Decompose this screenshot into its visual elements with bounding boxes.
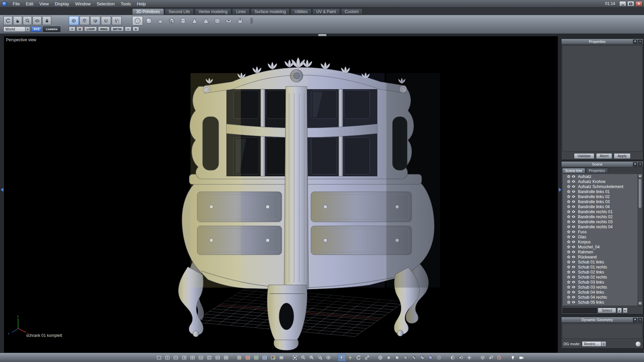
camera-zoom-button[interactable]	[23, 16, 32, 25]
edge-mode-button[interactable]	[79, 16, 90, 25]
visibility-eye-icon[interactable]	[572, 200, 576, 203]
scene-tree-item[interactable]: Rahmen	[562, 249, 637, 254]
shading-toggle-icon[interactable]	[567, 225, 571, 229]
maximize-button[interactable]	[627, 1, 634, 6]
soft-select-button[interactable]	[69, 26, 75, 32]
menu-display[interactable]: Display	[52, 0, 72, 7]
camera-lock-button[interactable]	[42, 16, 51, 25]
shading-toggle-icon[interactable]	[567, 270, 571, 274]
shading-toggle-icon[interactable]	[567, 275, 571, 279]
shading-toggle-icon[interactable]	[567, 280, 571, 284]
shading-toggle-icon[interactable]	[567, 185, 571, 188]
panel-collapse-icon[interactable]: ▼	[633, 318, 637, 322]
camera-orbit-button[interactable]	[33, 16, 42, 25]
scene-tree-item[interactable]: Aufsatz	[562, 174, 637, 179]
shading-toggle-icon[interactable]	[567, 235, 571, 239]
visibility-eye-icon[interactable]	[572, 260, 576, 263]
camera-rotate-button[interactable]	[3, 16, 12, 25]
shading-toggle-icon[interactable]	[567, 305, 571, 306]
top-panel-collapse-handle[interactable]	[318, 34, 327, 36]
face-paint-button[interactable]	[252, 354, 260, 361]
scene-tree-item[interactable]: Schub 01 links	[562, 259, 637, 264]
menu-tools[interactable]: Tools	[118, 0, 134, 7]
visibility-eye-icon[interactable]	[572, 175, 576, 178]
world-dropdown[interactable]: World ▼	[3, 26, 30, 32]
zoom-in-button[interactable]	[308, 354, 316, 361]
visibility-eye-icon[interactable]	[572, 286, 576, 289]
shading-toggle-icon[interactable]	[567, 300, 571, 304]
visibility-button[interactable]	[324, 354, 332, 361]
dg-sphere-button[interactable]	[635, 341, 641, 347]
scene-scrollbar[interactable]: ▲ ▼	[638, 174, 642, 306]
visibility-eye-icon[interactable]	[572, 205, 576, 208]
shading-toggle-icon[interactable]	[567, 240, 571, 244]
scene-tree-item[interactable]: Bandrolle links 01	[562, 189, 637, 194]
face-mode-button[interactable]	[90, 16, 100, 25]
backface-button[interactable]	[448, 354, 457, 361]
shade-ghost-button[interactable]	[435, 354, 443, 361]
layout-2v-button[interactable]	[163, 354, 171, 361]
menu-edit[interactable]: Edit	[23, 0, 36, 7]
shading-toggle-icon[interactable]	[567, 195, 571, 198]
auto-mode-button[interactable]	[112, 16, 122, 25]
scene-next-button[interactable]: ▼	[623, 308, 628, 313]
layout-4-button[interactable]	[189, 354, 197, 361]
scene-tab-scene-tree[interactable]: Scene tree	[562, 168, 585, 173]
shade-flat-button[interactable]	[385, 354, 393, 361]
shading-toggle-icon[interactable]	[567, 260, 571, 264]
zoom-out-button[interactable]	[299, 354, 307, 361]
scene-tree-item[interactable]: Bandrolle rechts 01	[562, 209, 637, 214]
scene-tree-item[interactable]: Muschel_04	[562, 244, 637, 249]
visibility-eye-icon[interactable]	[572, 190, 576, 193]
scene-filter-input[interactable]	[562, 308, 597, 313]
scene-tree-item[interactable]: Schub 03 rechts	[562, 285, 637, 290]
scene-tree-item[interactable]: Bandrolle rechts 03	[562, 219, 637, 224]
viewport-3d[interactable]: Perspective view	[4, 36, 558, 353]
visibility-eye-icon[interactable]	[572, 180, 576, 183]
shading-toggle-icon[interactable]	[567, 180, 571, 183]
cylinder-button[interactable]	[178, 16, 189, 25]
instances-button[interactable]	[487, 354, 495, 361]
visibility-eye-icon[interactable]	[572, 185, 576, 188]
menu-selection[interactable]: Selection	[94, 0, 117, 7]
visibility-eye-icon[interactable]	[572, 230, 576, 233]
gizmo-move-button[interactable]	[346, 354, 354, 361]
visibility-eye-icon[interactable]	[572, 245, 576, 248]
gizmo-rotate-button[interactable]	[355, 354, 363, 361]
shading-toggle-icon[interactable]	[567, 190, 571, 193]
menu-window[interactable]: Window	[72, 0, 94, 7]
vertex-mode-button[interactable]	[69, 16, 79, 25]
shade-wireframe-button[interactable]	[376, 354, 384, 361]
visibility-eye-icon[interactable]	[572, 215, 576, 218]
two-sided-button[interactable]	[457, 354, 465, 361]
shade-textured-button[interactable]	[410, 354, 418, 361]
visibility-eye-icon[interactable]	[572, 301, 576, 304]
lighting-button[interactable]	[465, 354, 473, 361]
shading-toggle-icon[interactable]	[567, 230, 571, 234]
bbox-button[interactable]	[479, 354, 487, 361]
shade-material-button[interactable]	[427, 354, 435, 361]
tab-second-life[interactable]: Second Life	[165, 8, 194, 15]
plane-button[interactable]	[155, 16, 166, 25]
visibility-eye-icon[interactable]	[572, 265, 576, 268]
shading-toggle-icon[interactable]	[567, 215, 571, 219]
tab-3d-primitives[interactable]: 3D Primitives	[132, 8, 164, 15]
tab-uv-paint[interactable]: UV & Paint	[312, 8, 340, 15]
visibility-eye-icon[interactable]	[572, 276, 576, 279]
minimize-button[interactable]	[619, 1, 626, 6]
render-button[interactable]	[517, 354, 525, 361]
scene-prev-button[interactable]: ▲	[617, 308, 622, 313]
scene-tree-item[interactable]: Schub 01 rechts	[562, 264, 637, 269]
scene-tab-properties[interactable]: Properties	[586, 168, 608, 173]
visibility-eye-icon[interactable]	[572, 291, 576, 294]
torus-button[interactable]	[223, 16, 234, 25]
apply-button[interactable]: Apply	[614, 153, 631, 159]
shading-toggle-icon[interactable]	[567, 205, 571, 208]
visibility-eye-icon[interactable]	[572, 225, 576, 228]
spreadsheet-button[interactable]	[277, 354, 285, 361]
tube-button[interactable]	[235, 16, 246, 25]
facet-sphere-button[interactable]	[212, 16, 223, 25]
dg-mode-dropdown[interactable]: Restric... ▼	[582, 341, 606, 347]
panel-close-icon[interactable]: ×	[638, 318, 642, 322]
helix-button[interactable]	[246, 16, 257, 25]
